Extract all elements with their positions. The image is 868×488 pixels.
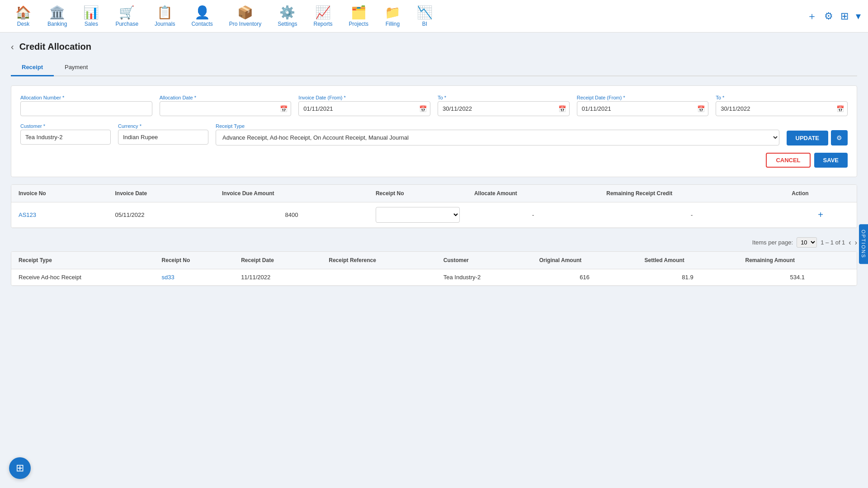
col-invoice-no: Invoice No bbox=[11, 185, 108, 202]
customer-cell: Tea Industry-2 bbox=[436, 269, 532, 286]
allocation-date-label: Allocation Date * bbox=[160, 95, 292, 100]
allocation-date-wrapper: 📅 bbox=[160, 101, 292, 116]
pagination-next-button[interactable]: › bbox=[855, 239, 857, 247]
customer-label: Customer * bbox=[20, 123, 111, 129]
nav-banking[interactable]: 🏛️ Banking bbox=[39, 1, 75, 31]
tabs: Receipt Payment bbox=[11, 59, 857, 76]
col-receipt-no: Receipt No bbox=[368, 185, 467, 202]
chevron-down-icon[interactable]: ▾ bbox=[856, 10, 861, 22]
action-cell[interactable]: + bbox=[784, 202, 857, 228]
customer-input[interactable] bbox=[20, 130, 111, 145]
receipt-type-select[interactable]: Advance Receipt, Ad-hoc Receipt, On Acco… bbox=[216, 130, 779, 145]
pagination-prev-button[interactable]: ‹ bbox=[849, 239, 851, 247]
nav-filling[interactable]: 📁 Filling bbox=[377, 1, 409, 31]
receipt-date-to-wrapper: 📅 bbox=[716, 101, 848, 116]
nav-pro-inventory[interactable]: 📦 Pro Inventory bbox=[221, 1, 269, 31]
nav-reports-label: Reports bbox=[314, 21, 333, 27]
invoice-date-to-input[interactable] bbox=[438, 101, 570, 116]
nav-bi[interactable]: 📉 BI bbox=[409, 1, 441, 31]
col-receipt-date: Receipt Date bbox=[234, 252, 321, 269]
receipt-date-to-group: To * 📅 bbox=[716, 95, 848, 116]
tab-payment[interactable]: Payment bbox=[54, 59, 99, 76]
nav-settings[interactable]: ⚙️ Settings bbox=[269, 1, 305, 31]
bi-icon: 📉 bbox=[417, 5, 433, 20]
nav-settings-label: Settings bbox=[278, 21, 297, 27]
col-settled-amount: Settled Amount bbox=[637, 252, 738, 269]
invoice-no-cell[interactable]: AS123 bbox=[11, 202, 108, 228]
filling-icon: 📁 bbox=[385, 5, 401, 20]
currency-input[interactable] bbox=[118, 130, 208, 145]
col-remaining-amount: Remaining Amount bbox=[738, 252, 857, 269]
nav-sales-label: Sales bbox=[85, 21, 98, 27]
nav-projects-label: Projects bbox=[349, 21, 368, 27]
main-content: ‹ Credit Allocation Receipt Payment Allo… bbox=[0, 33, 868, 488]
items-per-page-select[interactable]: 10 bbox=[797, 237, 817, 248]
cancel-button[interactable]: CANCEL bbox=[766, 153, 810, 168]
add-icon[interactable]: ＋ bbox=[807, 9, 817, 23]
receipt-date-from-input[interactable] bbox=[577, 101, 709, 116]
invoice-due-amount-cell: 8400 bbox=[215, 202, 368, 228]
nav-bi-label: BI bbox=[422, 21, 427, 27]
receipt-no-select-cell[interactable] bbox=[368, 202, 467, 228]
save-button[interactable]: SAVE bbox=[814, 153, 848, 168]
pagination-range: 1 – 1 of 1 bbox=[821, 239, 845, 246]
nav-purchase[interactable]: 🛒 Purchase bbox=[107, 1, 146, 31]
app-launcher-button[interactable]: ⊞ bbox=[9, 457, 31, 479]
items-per-page-label: Items per page: bbox=[752, 239, 793, 246]
col-receipt-no: Receipt No bbox=[155, 252, 234, 269]
nav-right-actions: ＋ ⚙ ⊞ ▾ bbox=[807, 9, 861, 23]
tab-receipt[interactable]: Receipt bbox=[11, 59, 54, 76]
receipt-table-wrapper: Receipt Type Receipt No Receipt Date Rec… bbox=[11, 251, 857, 286]
receipt-date-from-label: Receipt Date (From) * bbox=[577, 95, 709, 100]
banking-icon: 🏛️ bbox=[49, 5, 65, 20]
form-card: Allocation Number * Allocation Date * 📅 … bbox=[11, 85, 857, 177]
receipt-reference-cell bbox=[321, 269, 436, 286]
settings-button[interactable]: ⚙ bbox=[831, 130, 848, 145]
col-customer: Customer bbox=[436, 252, 532, 269]
purchase-icon: 🛒 bbox=[119, 5, 135, 20]
update-button[interactable]: UPDATE bbox=[787, 131, 828, 145]
col-action: Action bbox=[784, 185, 857, 202]
form-row-2: Customer * Currency * Receipt Type Advan… bbox=[20, 123, 848, 145]
allocation-number-input[interactable] bbox=[20, 101, 152, 116]
receipt-no-select[interactable] bbox=[376, 207, 460, 223]
grid-icon[interactable]: ⊞ bbox=[840, 10, 849, 22]
currency-label: Currency * bbox=[118, 123, 208, 129]
nav-items: 🏠 Desk 🏛️ Banking 📊 Sales 🛒 Purchase 📋 J… bbox=[7, 1, 807, 31]
receipt-no-cell[interactable]: sd33 bbox=[155, 269, 234, 286]
nav-sales[interactable]: 📊 Sales bbox=[75, 1, 107, 31]
projects-icon: 🗂️ bbox=[351, 5, 367, 20]
settled-amount-cell: 81.9 bbox=[637, 269, 738, 286]
nav-journals-label: Journals bbox=[155, 21, 175, 27]
side-options-tab[interactable]: OPTIONS bbox=[859, 224, 868, 264]
back-button[interactable]: ‹ bbox=[11, 42, 14, 52]
nav-projects[interactable]: 🗂️ Projects bbox=[341, 1, 377, 31]
nav-reports[interactable]: 📈 Reports bbox=[306, 1, 341, 31]
nav-contacts-label: Contacts bbox=[191, 21, 212, 27]
pro-inventory-icon: 📦 bbox=[237, 5, 253, 20]
col-invoice-due-amount: Invoice Due Amount bbox=[215, 185, 368, 202]
receipt-date-cell: 11/11/2022 bbox=[234, 269, 321, 286]
nav-contacts[interactable]: 👤 Contacts bbox=[183, 1, 221, 31]
add-row-icon[interactable]: + bbox=[818, 210, 823, 220]
nav-filling-label: Filling bbox=[386, 21, 400, 27]
update-actions: UPDATE ⚙ bbox=[787, 123, 848, 145]
remaining-amount-cell: 534.1 bbox=[738, 269, 857, 286]
gear-icon[interactable]: ⚙ bbox=[824, 10, 833, 22]
invoice-date-from-group: Invoice Date (From) * 📅 bbox=[298, 95, 430, 116]
col-remaining-receipt-credit: Remaining Receipt Credit bbox=[599, 185, 784, 202]
allocation-date-input[interactable] bbox=[160, 101, 292, 116]
receipt-date-to-label: To * bbox=[716, 95, 848, 100]
receipt-type-cell: Receive Ad-hoc Receipt bbox=[11, 269, 155, 286]
invoice-date-from-input[interactable] bbox=[298, 101, 430, 116]
nav-pro-inventory-label: Pro Inventory bbox=[229, 21, 261, 27]
invoice-date-to-wrapper: 📅 bbox=[438, 101, 570, 116]
receipt-date-to-input[interactable] bbox=[716, 101, 848, 116]
table-row: Receive Ad-hoc Receipt sd33 11/11/2022 T… bbox=[11, 269, 857, 286]
nav-desk[interactable]: 🏠 Desk bbox=[7, 1, 39, 31]
receipt-type-label: Receipt Type bbox=[216, 123, 779, 129]
contacts-icon: 👤 bbox=[194, 5, 210, 20]
nav-journals[interactable]: 📋 Journals bbox=[146, 1, 183, 31]
settings-icon: ⚙️ bbox=[279, 5, 295, 20]
form-actions: CANCEL SAVE bbox=[20, 153, 848, 168]
